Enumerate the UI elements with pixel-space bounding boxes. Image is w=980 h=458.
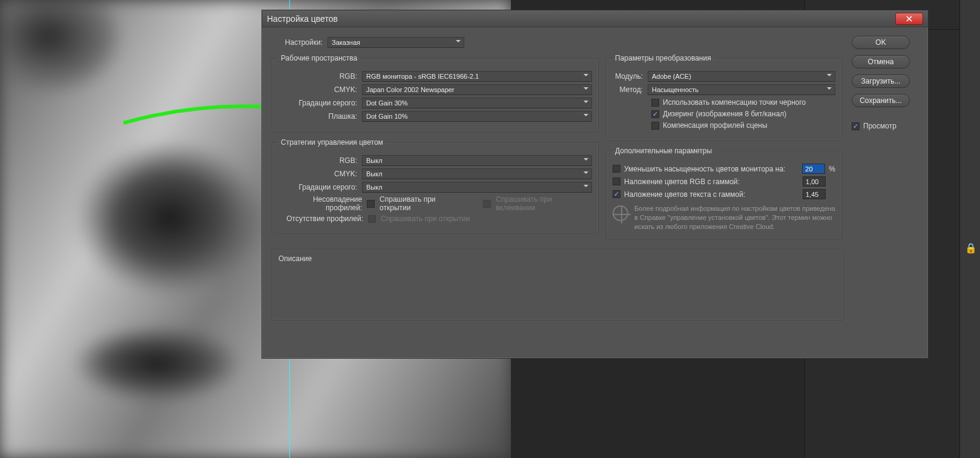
preview-label: Просмотр <box>863 122 896 130</box>
lock-icon: 🔒 <box>965 242 977 254</box>
settings-label: Настройки: <box>284 38 323 47</box>
blend-text-label: Наложение цветов текста с гаммой: <box>624 190 799 199</box>
cancel-button[interactable]: Отмена <box>852 55 910 68</box>
missing-open-text: Спрашивать при открытии <box>381 214 470 223</box>
preview-checkbox[interactable] <box>852 122 860 130</box>
blackpoint-checkbox[interactable] <box>651 99 659 107</box>
policy-cmyk-select[interactable]: Выкл <box>362 168 592 179</box>
info-icon <box>613 205 628 221</box>
desat-checkbox[interactable] <box>613 165 620 173</box>
cmyk-label: CMYK: <box>278 85 357 94</box>
policy-gray-select[interactable]: Выкл <box>362 182 592 193</box>
mismatch-open-checkbox[interactable] <box>367 200 375 208</box>
blend-text-checkbox[interactable] <box>613 190 620 198</box>
intent-label: Метод: <box>613 85 643 94</box>
blend-text-input[interactable] <box>803 189 826 199</box>
missing-label: Отсутствие профилей: <box>278 214 363 223</box>
ok-button[interactable]: OK <box>852 36 910 49</box>
close-button[interactable] <box>895 13 923 25</box>
dialog-titlebar[interactable]: Настройка цветов <box>262 10 928 27</box>
load-button[interactable]: Загрузить... <box>852 75 910 88</box>
scene-checkbox[interactable] <box>651 122 659 130</box>
policy-rgb-select[interactable]: Выкл <box>362 155 592 166</box>
description-box: Описание <box>272 249 843 320</box>
description-label: Описание <box>278 254 312 263</box>
rgb-label: RGB: <box>278 72 357 81</box>
policies-fieldset: Стратегии управления цветом RGB: Выкл CM… <box>272 138 599 233</box>
workspaces-legend: Рабочие пространства <box>278 54 360 62</box>
blackpoint-label: Использовать компенсацию точки черного <box>663 98 806 107</box>
gray-select[interactable]: Dot Gain 30% <box>362 98 592 108</box>
desat-label: Уменьшить насыщенность цветов монитора н… <box>624 165 798 173</box>
conversion-legend: Параметры преобразования <box>613 54 714 62</box>
cmyk-select[interactable]: Japan Color 2002 Newspaper <box>362 84 592 95</box>
intent-select[interactable]: Насыщенность <box>648 84 835 95</box>
color-settings-dialog: Настройка цветов Настройки: Заказная Раб… <box>261 10 929 359</box>
policy-cmyk-label: CMYK: <box>278 170 357 178</box>
engine-select[interactable]: Adobe (ACE) <box>648 71 835 82</box>
blend-rgb-input[interactable] <box>803 176 826 187</box>
rgb-select[interactable]: RGB монитора - sRGB IEC61966-2.1 <box>362 71 592 82</box>
mismatch-label: Несовпадение профилей: <box>278 195 362 212</box>
missing-open-checkbox <box>368 215 376 223</box>
advanced-legend: Дополнительные параметры <box>613 147 714 155</box>
close-icon <box>906 15 913 22</box>
workspaces-fieldset: Рабочие пространства RGB: RGB монитора -… <box>272 54 599 132</box>
dialog-title: Настройка цветов <box>267 14 338 24</box>
conversion-fieldset: Параметры преобразования Модуль: Adobe (… <box>606 54 842 141</box>
save-button[interactable]: Сохранить... <box>852 94 910 107</box>
desat-input[interactable] <box>802 164 825 174</box>
settings-select[interactable]: Заказная <box>327 37 464 48</box>
mismatch-paste-checkbox <box>483 200 491 208</box>
info-text: Более подробная информация по настройкам… <box>634 204 835 231</box>
collapsed-panel-strip: 🔒 <box>959 0 980 458</box>
mismatch-open-text: Спрашивать при открытии <box>380 195 467 212</box>
engine-label: Модуль: <box>613 72 643 81</box>
dither-checkbox[interactable] <box>651 110 659 118</box>
policy-rgb-label: RGB: <box>278 156 357 165</box>
spot-label: Плашка: <box>278 112 357 121</box>
dither-label: Дизеринг (изображения 8 бит/канал) <box>663 110 786 118</box>
mismatch-paste-text: Спрашивать при вклеивании <box>496 195 592 212</box>
policies-legend: Стратегии управления цветом <box>278 138 386 147</box>
spot-select[interactable]: Dot Gain 10% <box>362 111 592 122</box>
scene-label: Компенсация профилей сцены <box>663 121 768 130</box>
desat-pct: % <box>829 165 835 173</box>
blend-rgb-checkbox[interactable] <box>613 178 620 185</box>
policy-gray-label: Градации серого: <box>278 183 357 191</box>
gray-label: Градации серого: <box>278 99 357 107</box>
advanced-fieldset: Дополнительные параметры Уменьшить насыщ… <box>606 147 842 239</box>
blend-rgb-label: Наложение цветов RGB с гаммой: <box>624 178 799 186</box>
